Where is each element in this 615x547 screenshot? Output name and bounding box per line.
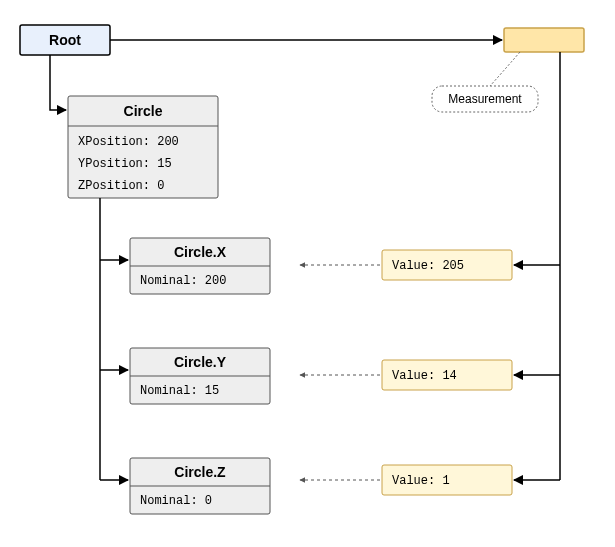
measurement-callout: Measurement: [432, 52, 538, 112]
circle-title: Circle: [124, 103, 163, 119]
circle-x-node: Circle.X Nominal: 200: [130, 238, 270, 294]
circle-prop-y: YPosition: 15: [78, 157, 172, 171]
callout-line: [490, 52, 520, 86]
root-node: Root: [20, 25, 110, 55]
value-x-node: Value: 205: [382, 250, 512, 280]
circle-prop-z: ZPosition: 0: [78, 179, 164, 193]
value-z-node: Value: 1: [382, 465, 512, 495]
edge-root-to-circle: [50, 55, 66, 110]
circle-x-nominal: Nominal: 200: [140, 274, 226, 288]
circle-y-title: Circle.Y: [174, 354, 227, 370]
value-y-text: Value: 14: [392, 369, 457, 383]
circle-x-title: Circle.X: [174, 244, 227, 260]
root-label: Root: [49, 32, 81, 48]
axis-row-y: Circle.Y Nominal: 15 Value: 14: [100, 348, 560, 404]
circle-z-title: Circle.Z: [174, 464, 226, 480]
value-y-node: Value: 14: [382, 360, 512, 390]
callout-label: Measurement: [448, 92, 522, 106]
circle-prop-x: XPosition: 200: [78, 135, 179, 149]
circle-z-nominal: Nominal: 0: [140, 494, 212, 508]
circle-y-nominal: Nominal: 15: [140, 384, 219, 398]
value-z-text: Value: 1: [392, 474, 450, 488]
circle-z-node: Circle.Z Nominal: 0: [130, 458, 270, 514]
diagram-canvas: Root Measurement Circle XPosition: 200 Y…: [0, 0, 615, 547]
measurement-node: [504, 28, 584, 52]
circle-node: Circle XPosition: 200 YPosition: 15 ZPos…: [68, 96, 218, 198]
axis-row-x: Circle.X Nominal: 200 Value: 205: [100, 238, 560, 294]
value-x-text: Value: 205: [392, 259, 464, 273]
measurement-rect: [504, 28, 584, 52]
axis-row-z: Circle.Z Nominal: 0 Value: 1: [100, 458, 560, 514]
circle-y-node: Circle.Y Nominal: 15: [130, 348, 270, 404]
